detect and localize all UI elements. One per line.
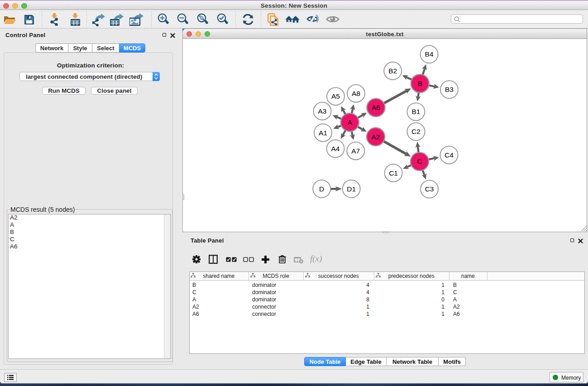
svg-text:B3: B3: [445, 86, 453, 93]
svg-text:A1: A1: [319, 129, 327, 136]
svg-text:C4: C4: [445, 151, 454, 158]
svg-text:D: D: [319, 185, 324, 192]
svg-text:B2: B2: [388, 67, 397, 74]
svg-text:D1: D1: [347, 185, 356, 192]
svg-text:B: B: [417, 79, 422, 87]
svg-text:C: C: [417, 157, 422, 165]
svg-text:C3: C3: [425, 185, 434, 193]
svg-text:B1: B1: [411, 108, 420, 115]
svg-text:A: A: [347, 118, 352, 126]
svg-text:A3: A3: [318, 107, 326, 114]
svg-text:B4: B4: [425, 50, 433, 58]
svg-text:A7: A7: [351, 147, 360, 154]
svg-text:A4: A4: [331, 144, 339, 152]
svg-text:A8: A8: [352, 89, 360, 97]
svg-text:A6: A6: [372, 104, 380, 111]
svg-text:A5: A5: [331, 92, 340, 100]
svg-text:C1: C1: [389, 169, 398, 176]
svg-text:A2: A2: [371, 133, 380, 140]
svg-text:C2: C2: [411, 128, 421, 135]
